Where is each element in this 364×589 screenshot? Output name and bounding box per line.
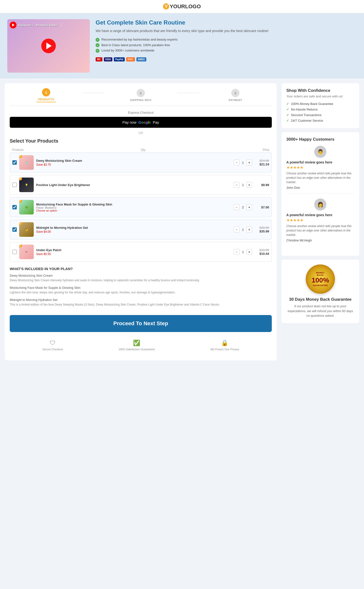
review-2-stars: ★★★★★	[286, 218, 354, 222]
guarantee-100: 100%	[312, 276, 329, 284]
product-3-qty-plus[interactable]: +	[246, 204, 252, 210]
product-5-image: 1 👁	[19, 245, 34, 259]
product-3-qty-value: 2	[241, 205, 245, 209]
product-4-checkbox[interactable]	[12, 227, 17, 232]
product-5-save: Save $0.55	[36, 252, 231, 256]
product-4-qty-control: - 1 +	[234, 227, 252, 232]
check-green-icon-3: ✓	[286, 113, 289, 117]
review-2: 👩 A powerful review goes here ★★★★★ Choo…	[286, 198, 354, 246]
gpay-o: o	[141, 120, 143, 124]
gpay-logo: Google	[138, 120, 151, 124]
product-5-sale-price: $10.44	[255, 252, 269, 256]
confidence-item-2-label: No-Hassle Returns	[291, 108, 318, 111]
product-4-qty-value: 1	[241, 228, 245, 231]
guarantee-box: MONEY BACK 100% GUARANTEE 30 Days Money …	[281, 260, 359, 323]
hero-content: Get Complete Skin Care Routine We have a…	[96, 19, 357, 61]
gpay-g2: g	[146, 120, 148, 124]
product-row-3: 2 🌿 Moisturising Face Mask for Supple & …	[10, 197, 272, 217]
step-payment[interactable]: 3 PAYMENT	[199, 89, 272, 102]
confidence-item-1-label: 100% Money-Back Guarantee	[291, 102, 333, 106]
gpay-text: Pay now	[122, 120, 136, 124]
paypal-icon: PayPal	[114, 57, 125, 61]
confidence-item-3-label: Secured Transactions	[291, 113, 322, 117]
confidence-item-1: ✓ 100% Money-Back Guarantee	[286, 101, 354, 107]
included-item-1: Dewy Moisturizing Skin Cream Dewy Moistu…	[10, 274, 272, 282]
check-green-icon-4: ✓	[286, 119, 289, 122]
logo-text: YOURLOGO	[170, 3, 201, 9]
review-1: 👨 A powerful review goes here ★★★★★ Choo…	[286, 146, 354, 194]
video-thumbnail[interactable]: Glossier — Product Video ⋮	[7, 19, 90, 73]
review-2-body: Choose another review which tells people…	[286, 224, 354, 237]
guarantee-badge: MONEY BACK 100% GUARANTEE	[306, 265, 335, 294]
play-triangle-icon	[46, 43, 52, 49]
product-2-sale-price: $9.99	[255, 183, 269, 187]
product-1-checkbox[interactable]	[12, 160, 17, 165]
trust-secure-checkout: 🛡 Secure Checkout	[42, 340, 63, 351]
guarantee-money-text: MONEY	[316, 272, 325, 274]
hero-bullets: Recommended by top fashionistas and beau…	[96, 37, 357, 53]
select-products-title: Select Your Products	[10, 138, 272, 144]
product-4-info: Midnight to Morning Hydration Set Save $…	[36, 226, 231, 233]
proceed-button[interactable]: Proceed To Next Step	[10, 315, 272, 332]
hero-description: We have a range of skincare products tha…	[96, 28, 357, 34]
included-section: WHAT'S INCLUDED IN YOUR PLAN? Dewy Moist…	[10, 267, 272, 307]
product-1-info: Dewy Moisturizing Skin Cream Save $3.75	[36, 159, 231, 166]
step-2-circle: 2	[137, 89, 145, 97]
step-1-underline	[36, 102, 56, 102]
product-3-sale-price: $7.00	[255, 205, 269, 209]
product-2-name: Positive Light Under Eye Brightener	[36, 183, 231, 187]
hero-bullet-1: Recommended by top fashionistas and beau…	[96, 37, 357, 43]
play-button[interactable]	[41, 39, 56, 53]
amex-icon: AMEX	[136, 57, 146, 61]
product-2-price: $9.99	[255, 183, 269, 187]
included-item-3-desc: This is a limited-edition of fan-fave De…	[10, 302, 272, 307]
product-5-qty-control: - 1 +	[234, 249, 252, 255]
product-1-save: Save $3.75	[36, 163, 231, 166]
guarantee-back-text: BACK	[317, 274, 324, 276]
shield-icon: 🛡	[50, 340, 56, 346]
product-3-choose-option[interactable]: Choose an option	[36, 209, 231, 212]
product-1-price: $24.99 $21.24	[255, 159, 269, 166]
step-shipping[interactable]: 2 SHIPPING INFO	[104, 89, 177, 102]
product-5-qty-plus[interactable]: +	[246, 249, 252, 255]
product-3-image: 2 🌿	[19, 200, 34, 214]
gpay-button[interactable]: Pay now Google Pay	[10, 117, 272, 128]
product-5-qty-minus[interactable]: -	[234, 249, 240, 255]
product-2-qty-minus[interactable]: -	[234, 182, 240, 188]
product-3-flavor: Flavor: Blueberry	[36, 206, 231, 209]
included-item-3: Midnight to Morning Hydration Set This i…	[10, 298, 272, 307]
payment-icons: MC VISA PayPal DISC AMEX	[96, 57, 357, 61]
review-2-headline: A powerful review goes here	[286, 213, 354, 217]
step-products[interactable]: 1 PRODUCTS	[10, 88, 83, 102]
product-3-qty-minus[interactable]: -	[234, 204, 240, 210]
step-3-circle: 3	[231, 89, 240, 97]
product-1-qty-minus[interactable]: -	[234, 160, 240, 165]
step-1-circle: 1	[42, 88, 50, 96]
product-4-qty-minus[interactable]: -	[234, 227, 240, 232]
product-4-qty-plus[interactable]: +	[246, 227, 252, 232]
hero-bullet-3: Loved by 3000+ customers worldwide	[96, 48, 357, 53]
product-5-checkbox[interactable]	[12, 250, 17, 254]
logo-icon: Y	[163, 3, 169, 9]
included-item-1-desc: Dewy Moisturizing Skin Cream intensely h…	[10, 278, 272, 282]
product-2-checkbox[interactable]	[12, 183, 17, 187]
visa-icon: VISA	[104, 57, 112, 61]
product-4-badge: 1	[19, 222, 22, 225]
products-col-header: Products	[12, 148, 24, 152]
included-title: WHAT'S INCLUDED IN YOUR PLAN?	[10, 267, 272, 271]
left-panel: 1 PRODUCTS 2 SHIPPING INFO 3 PAYMENT Exp…	[5, 83, 277, 360]
product-4-name: Midnight to Morning Hydration Set	[36, 226, 231, 230]
gpay-o2: o	[143, 120, 146, 124]
product-5-qty-value: 1	[241, 250, 245, 254]
gpay-e: e	[149, 120, 151, 124]
trust-satisfaction: ✅ 100% Satisfaction Guaranteed	[118, 340, 155, 351]
express-checkout-label: Express Checkout	[10, 111, 272, 114]
product-3-price: $7.00	[255, 205, 269, 209]
video-title: Glossier — Product Video	[18, 23, 57, 27]
hero-section: Glossier — Product Video ⋮ Get Complete …	[0, 13, 364, 78]
product-3-checkbox[interactable]	[12, 205, 17, 209]
product-1-qty-plus[interactable]: +	[246, 160, 252, 165]
step-2-label: SHIPPING INFO	[130, 99, 151, 102]
product-2-qty-plus[interactable]: +	[246, 182, 252, 188]
check-green-icon-2: ✓	[286, 108, 289, 111]
